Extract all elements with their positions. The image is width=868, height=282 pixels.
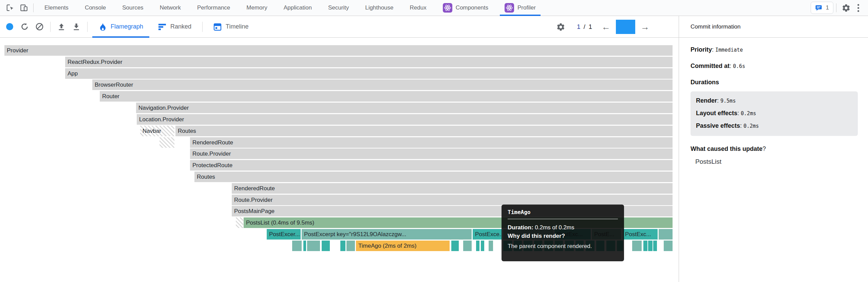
tooltip-duration-label: Duration: — [508, 224, 533, 231]
layout-effects-value: 0.2ms — [741, 110, 756, 117]
hover-tooltip: TimeAgo Duration: 0.2ms of 0.2ms Why did… — [502, 205, 624, 261]
devtools-settings-gear-icon[interactable] — [839, 1, 853, 15]
flame-bar[interactable] — [489, 241, 493, 251]
flame-bar[interactable] — [322, 241, 330, 251]
passive-effects-value: 0.2ms — [743, 123, 759, 129]
flame-bar-navigation-provider[interactable]: Navigation.Provider — [136, 103, 673, 113]
flame-bar[interactable] — [648, 241, 653, 251]
flame-bar[interactable] — [159, 137, 174, 148]
flame-bar-reactredux-provider[interactable]: ReactRedux.Provider — [65, 57, 673, 67]
render-duration-row: Render: 9.5ms — [696, 97, 858, 104]
flame-bar-router[interactable]: Router — [100, 91, 673, 102]
priority-row: Priority: Immediate — [691, 46, 858, 53]
devtools-right-tools: 1 — [811, 1, 868, 15]
tabbar-separator-right — [836, 3, 836, 12]
cause-item-postslist[interactable]: PostsList — [695, 158, 858, 165]
flame-bar[interactable] — [659, 229, 673, 240]
committed-at-value: 0.6s — [733, 63, 745, 69]
tooltip-duration-value: 0.2ms of 0.2ms — [533, 224, 574, 231]
commit-information-title: Commit information — [679, 16, 868, 38]
flame-bar[interactable] — [632, 241, 642, 251]
flame-bar[interactable] — [346, 241, 355, 251]
tooltip-divider — [508, 219, 618, 219]
flame-bar-browserrouter[interactable]: BrowserRouter — [92, 80, 673, 90]
issues-badge-button[interactable]: 1 — [811, 2, 833, 14]
flame-bar[interactable] — [481, 241, 484, 251]
passive-effects-row: Passive effects: 0.2ms — [696, 122, 858, 129]
flame-bar-postexcer[interactable]: PostExcer... — [267, 229, 301, 240]
committed-at-row: Committed at: 0.6s — [691, 63, 858, 70]
flame-bar[interactable] — [340, 241, 345, 251]
tooltip-why-label: Why did this render? — [508, 233, 565, 239]
flame-bar[interactable] — [292, 241, 302, 251]
flame-bar-timeago-2ms-of-2ms[interactable]: TimeAgo (2ms of 2ms) — [356, 241, 450, 251]
flame-bar[interactable] — [303, 241, 306, 251]
priority-value: Immediate — [715, 47, 743, 53]
render-duration-value: 9.5ms — [720, 98, 736, 104]
what-caused-heading: What caused this update? — [691, 145, 858, 153]
flame-bar-renderedroute[interactable]: RenderedRoute — [190, 137, 673, 148]
flame-bar-routes[interactable]: Routes — [175, 126, 673, 136]
flame-bar[interactable] — [307, 241, 320, 251]
flame-bar[interactable] — [643, 241, 647, 251]
tooltip-component-name: TimeAgo — [508, 209, 618, 215]
flame-bar[interactable] — [451, 241, 459, 251]
cause-list: PostsList — [691, 158, 858, 165]
flame-bar-navbar[interactable]: Navbar — [140, 126, 174, 136]
chat-bubble-icon — [815, 4, 823, 12]
commit-information-content: Priority: Immediate Committed at: 0.6s D… — [679, 38, 868, 165]
tooltip-why-value: The parent component rendered. — [508, 243, 618, 250]
flame-bar-app[interactable]: App — [65, 68, 673, 79]
flame-bar[interactable] — [653, 241, 657, 251]
flame-bar-provider[interactable]: Provider — [4, 45, 673, 56]
flame-bar[interactable] — [664, 241, 673, 251]
layout-effects-row: Layout effects: 0.2ms — [696, 110, 858, 117]
flame-bar-route-provider[interactable]: Route.Provider — [190, 148, 673, 159]
commit-information-panel: Commit information Priority: Immediate C… — [679, 16, 868, 282]
flame-bar-routes[interactable]: Routes — [194, 172, 673, 182]
flame-bar[interactable] — [236, 217, 243, 228]
flame-bar-renderedroute[interactable]: RenderedRoute — [232, 183, 673, 194]
flame-bar-protectedroute[interactable]: ProtectedRoute — [190, 160, 673, 171]
flame-bar[interactable] — [476, 241, 479, 251]
flame-bar-postexce[interactable]: PostExce... — [473, 229, 502, 240]
durations-heading: Durations — [691, 79, 858, 86]
issues-count: 1 — [826, 4, 829, 11]
flame-bar-route-provider[interactable]: Route.Provider — [232, 195, 673, 205]
flame-bar-postexcerpt-key-r9s12l9oalazczgw[interactable]: PostExcerpt key="r9S12L9OAlazczgw... — [302, 229, 472, 240]
flame-bar-location-provider[interactable]: Location.Provider — [137, 114, 673, 125]
devtools-kebab-menu-icon[interactable] — [853, 2, 864, 14]
flame-bar[interactable] — [463, 241, 472, 251]
durations-box: Render: 9.5ms Layout effects: 0.2ms Pass… — [691, 91, 858, 136]
flame-bar-postexc[interactable]: PostExc... — [623, 229, 658, 240]
